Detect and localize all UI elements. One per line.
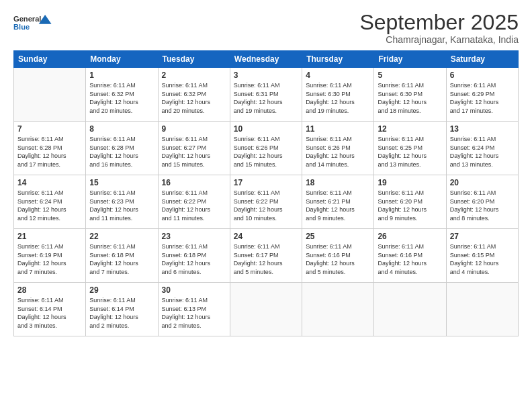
title-area: September 2025 Chamrajnagar, Karnataka, … bbox=[359, 11, 519, 45]
day-number: 3 bbox=[234, 71, 298, 80]
day-number: 15 bbox=[89, 178, 154, 187]
day-number: 24 bbox=[234, 232, 298, 241]
day-number: 30 bbox=[162, 285, 226, 295]
calendar-day-cell: 26Sunrise: 6:11 AMSunset: 6:16 PMDayligh… bbox=[374, 229, 446, 283]
day-number: 21 bbox=[17, 232, 82, 241]
day-info: Sunrise: 6:11 AMSunset: 6:20 PMDaylight:… bbox=[378, 189, 442, 222]
svg-text:Blue: Blue bbox=[13, 23, 30, 31]
day-info: Sunrise: 6:11 AMSunset: 6:23 PMDaylight:… bbox=[89, 189, 154, 222]
calendar-day-cell: 1Sunrise: 6:11 AMSunset: 6:32 PMDaylight… bbox=[86, 68, 158, 122]
calendar-day-cell bbox=[302, 283, 374, 336]
day-info: Sunrise: 6:11 AMSunset: 6:14 PMDaylight:… bbox=[89, 296, 154, 330]
calendar-day-cell bbox=[374, 283, 446, 336]
calendar-week-row: 21Sunrise: 6:11 AMSunset: 6:19 PMDayligh… bbox=[14, 229, 519, 283]
day-number: 14 bbox=[17, 178, 82, 187]
day-info: Sunrise: 6:11 AMSunset: 6:32 PMDaylight:… bbox=[162, 81, 226, 115]
day-info: Sunrise: 6:11 AMSunset: 6:26 PMDaylight:… bbox=[306, 135, 370, 169]
calendar-day-cell: 21Sunrise: 6:11 AMSunset: 6:19 PMDayligh… bbox=[14, 229, 86, 283]
calendar-header-cell: Monday bbox=[86, 51, 158, 68]
logo: General Blue bbox=[13, 11, 54, 35]
calendar-day-cell: 12Sunrise: 6:11 AMSunset: 6:25 PMDayligh… bbox=[374, 122, 446, 175]
day-info: Sunrise: 6:11 AMSunset: 6:29 PMDaylight:… bbox=[450, 81, 515, 115]
day-number: 17 bbox=[234, 178, 298, 187]
day-info: Sunrise: 6:11 AMSunset: 6:15 PMDaylight:… bbox=[450, 242, 515, 276]
calendar-header-cell: Thursday bbox=[302, 51, 374, 68]
day-info: Sunrise: 6:11 AMSunset: 6:28 PMDaylight:… bbox=[17, 135, 82, 169]
calendar-day-cell: 25Sunrise: 6:11 AMSunset: 6:16 PMDayligh… bbox=[302, 229, 374, 283]
calendar-day-cell bbox=[230, 283, 302, 336]
day-number: 1 bbox=[89, 71, 154, 80]
day-number: 29 bbox=[89, 285, 154, 295]
day-number: 18 bbox=[306, 178, 370, 187]
day-info: Sunrise: 6:11 AMSunset: 6:14 PMDaylight:… bbox=[17, 296, 82, 330]
day-info: Sunrise: 6:11 AMSunset: 6:20 PMDaylight:… bbox=[450, 189, 515, 222]
calendar-day-cell: 22Sunrise: 6:11 AMSunset: 6:18 PMDayligh… bbox=[86, 229, 158, 283]
calendar-day-cell: 19Sunrise: 6:11 AMSunset: 6:20 PMDayligh… bbox=[374, 175, 446, 229]
day-info: Sunrise: 6:11 AMSunset: 6:24 PMDaylight:… bbox=[450, 135, 515, 169]
day-number: 7 bbox=[17, 124, 82, 134]
calendar-day-cell: 5Sunrise: 6:11 AMSunset: 6:30 PMDaylight… bbox=[374, 68, 446, 122]
calendar-day-cell: 14Sunrise: 6:11 AMSunset: 6:24 PMDayligh… bbox=[14, 175, 86, 229]
svg-text:General: General bbox=[13, 15, 41, 23]
day-info: Sunrise: 6:11 AMSunset: 6:18 PMDaylight:… bbox=[89, 242, 154, 276]
calendar-day-cell: 27Sunrise: 6:11 AMSunset: 6:15 PMDayligh… bbox=[446, 229, 518, 283]
day-number: 5 bbox=[378, 71, 442, 80]
day-info: Sunrise: 6:11 AMSunset: 6:13 PMDaylight:… bbox=[162, 296, 226, 330]
page: General Blue September 2025 Chamrajnagar… bbox=[0, 0, 532, 411]
day-number: 13 bbox=[450, 124, 515, 134]
calendar-day-cell: 7Sunrise: 6:11 AMSunset: 6:28 PMDaylight… bbox=[14, 122, 86, 175]
day-number: 25 bbox=[306, 232, 370, 241]
day-number: 16 bbox=[162, 178, 226, 187]
calendar-day-cell: 18Sunrise: 6:11 AMSunset: 6:21 PMDayligh… bbox=[302, 175, 374, 229]
day-number: 19 bbox=[378, 178, 442, 187]
day-number: 4 bbox=[306, 71, 370, 80]
day-number: 11 bbox=[306, 124, 370, 134]
calendar-day-cell: 24Sunrise: 6:11 AMSunset: 6:17 PMDayligh… bbox=[230, 229, 302, 283]
day-number: 8 bbox=[89, 124, 154, 134]
day-info: Sunrise: 6:11 AMSunset: 6:30 PMDaylight:… bbox=[378, 81, 442, 115]
day-info: Sunrise: 6:11 AMSunset: 6:18 PMDaylight:… bbox=[162, 242, 226, 276]
month-title: September 2025 bbox=[359, 11, 519, 34]
calendar-day-cell: 13Sunrise: 6:11 AMSunset: 6:24 PMDayligh… bbox=[446, 122, 518, 175]
day-number: 10 bbox=[234, 124, 298, 134]
day-number: 26 bbox=[378, 232, 442, 241]
day-number: 23 bbox=[162, 232, 226, 241]
calendar-header-cell: Friday bbox=[374, 51, 446, 68]
calendar-header-cell: Wednesday bbox=[230, 51, 302, 68]
calendar-day-cell: 17Sunrise: 6:11 AMSunset: 6:22 PMDayligh… bbox=[230, 175, 302, 229]
calendar-week-row: 1Sunrise: 6:11 AMSunset: 6:32 PMDaylight… bbox=[14, 68, 519, 122]
calendar-day-cell: 30Sunrise: 6:11 AMSunset: 6:13 PMDayligh… bbox=[158, 283, 230, 336]
day-info: Sunrise: 6:11 AMSunset: 6:30 PMDaylight:… bbox=[306, 81, 370, 115]
day-info: Sunrise: 6:11 AMSunset: 6:19 PMDaylight:… bbox=[17, 242, 82, 276]
header: General Blue September 2025 Chamrajnagar… bbox=[13, 11, 519, 45]
calendar-header-cell: Sunday bbox=[14, 51, 86, 68]
day-info: Sunrise: 6:11 AMSunset: 6:24 PMDaylight:… bbox=[17, 189, 82, 222]
calendar-day-cell: 9Sunrise: 6:11 AMSunset: 6:27 PMDaylight… bbox=[158, 122, 230, 175]
calendar-day-cell: 28Sunrise: 6:11 AMSunset: 6:14 PMDayligh… bbox=[14, 283, 86, 336]
day-number: 22 bbox=[89, 232, 154, 241]
day-number: 6 bbox=[450, 71, 515, 80]
calendar-day-cell: 2Sunrise: 6:11 AMSunset: 6:32 PMDaylight… bbox=[158, 68, 230, 122]
calendar-week-row: 28Sunrise: 6:11 AMSunset: 6:14 PMDayligh… bbox=[14, 283, 519, 336]
calendar-day-cell: 10Sunrise: 6:11 AMSunset: 6:26 PMDayligh… bbox=[230, 122, 302, 175]
calendar-day-cell: 15Sunrise: 6:11 AMSunset: 6:23 PMDayligh… bbox=[86, 175, 158, 229]
calendar-day-cell: 4Sunrise: 6:11 AMSunset: 6:30 PMDaylight… bbox=[302, 68, 374, 122]
calendar-day-cell: 20Sunrise: 6:11 AMSunset: 6:20 PMDayligh… bbox=[446, 175, 518, 229]
day-info: Sunrise: 6:11 AMSunset: 6:31 PMDaylight:… bbox=[234, 81, 298, 115]
day-info: Sunrise: 6:11 AMSunset: 6:22 PMDaylight:… bbox=[162, 189, 226, 222]
calendar-day-cell bbox=[14, 68, 86, 122]
calendar-header-row: SundayMondayTuesdayWednesdayThursdayFrid… bbox=[14, 51, 519, 68]
subtitle: Chamrajnagar, Karnataka, India bbox=[359, 34, 519, 45]
day-info: Sunrise: 6:11 AMSunset: 6:16 PMDaylight:… bbox=[306, 242, 370, 276]
day-info: Sunrise: 6:11 AMSunset: 6:28 PMDaylight:… bbox=[89, 135, 154, 169]
logo-svg: General Blue bbox=[13, 11, 54, 35]
calendar-body: 1Sunrise: 6:11 AMSunset: 6:32 PMDaylight… bbox=[14, 68, 519, 336]
day-number: 28 bbox=[17, 285, 82, 295]
calendar-day-cell: 6Sunrise: 6:11 AMSunset: 6:29 PMDaylight… bbox=[446, 68, 518, 122]
calendar-week-row: 14Sunrise: 6:11 AMSunset: 6:24 PMDayligh… bbox=[14, 175, 519, 229]
day-number: 9 bbox=[162, 124, 226, 134]
day-number: 20 bbox=[450, 178, 515, 187]
calendar-day-cell: 11Sunrise: 6:11 AMSunset: 6:26 PMDayligh… bbox=[302, 122, 374, 175]
calendar-day-cell: 23Sunrise: 6:11 AMSunset: 6:18 PMDayligh… bbox=[158, 229, 230, 283]
day-info: Sunrise: 6:11 AMSunset: 6:17 PMDaylight:… bbox=[234, 242, 298, 276]
